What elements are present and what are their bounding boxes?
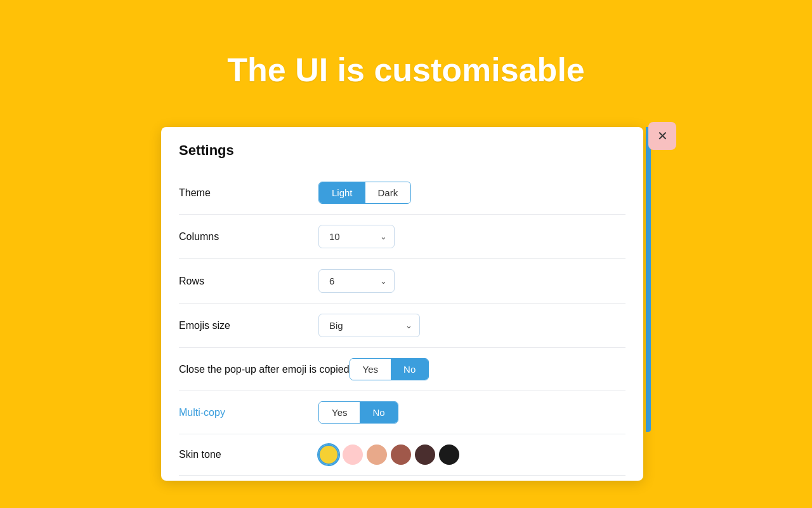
rows-select-wrapper: 3 4 5 6 7 8 ⌄ bbox=[318, 269, 395, 293]
skin-tones-group bbox=[318, 444, 459, 465]
skin-tone-row: Skin tone bbox=[179, 434, 625, 476]
rows-select[interactable]: 3 4 5 6 7 8 bbox=[318, 269, 395, 293]
sidebar-accent bbox=[646, 127, 651, 432]
rows-label: Rows bbox=[179, 276, 318, 287]
page-title: The UI is customisable bbox=[227, 51, 585, 89]
modal-title: Settings bbox=[179, 142, 625, 159]
skin-tone-medium-light[interactable] bbox=[367, 444, 387, 465]
multi-copy-label: Multi-copy bbox=[179, 407, 318, 418]
modal-wrapper: Settings Theme Light Dark Columns 5 6 7 … bbox=[161, 127, 651, 481]
skin-tone-label: Skin tone bbox=[179, 449, 318, 460]
theme-light-button[interactable]: Light bbox=[319, 182, 365, 203]
close-button[interactable]: ✕ bbox=[648, 122, 676, 150]
close-popup-no-button[interactable]: No bbox=[391, 359, 428, 380]
skin-tone-yellow[interactable] bbox=[318, 444, 339, 465]
emojis-size-label: Emojis size bbox=[179, 320, 318, 331]
skin-tone-dark[interactable] bbox=[439, 444, 459, 465]
theme-dark-button[interactable]: Dark bbox=[365, 182, 411, 203]
theme-toggle-group: Light Dark bbox=[318, 182, 411, 204]
theme-row: Theme Light Dark bbox=[179, 171, 625, 215]
skin-tone-medium[interactable] bbox=[391, 444, 411, 465]
theme-label: Theme bbox=[179, 187, 318, 199]
columns-select-wrapper: 5 6 7 8 9 10 11 12 ⌄ bbox=[318, 225, 395, 248]
multi-copy-yes-button[interactable]: Yes bbox=[319, 402, 360, 423]
skin-tone-medium-dark[interactable] bbox=[415, 444, 435, 465]
close-popup-label: Close the pop-up after emoji is copied bbox=[179, 364, 350, 375]
multi-copy-row: Multi-copy Yes No bbox=[179, 391, 625, 434]
multi-copy-toggle-group: Yes No bbox=[318, 401, 398, 424]
rows-row: Rows 3 4 5 6 7 8 ⌄ bbox=[179, 259, 625, 304]
emojis-size-select[interactable]: Small Medium Big bbox=[318, 314, 420, 337]
close-popup-toggle-group: Yes No bbox=[350, 358, 429, 380]
columns-select[interactable]: 5 6 7 8 9 10 11 12 bbox=[318, 225, 395, 248]
settings-modal: Settings Theme Light Dark Columns 5 6 7 … bbox=[161, 127, 643, 481]
close-popup-yes-button[interactable]: Yes bbox=[350, 359, 391, 380]
emojis-size-select-wrapper: Small Medium Big ⌄ bbox=[318, 314, 420, 337]
columns-row: Columns 5 6 7 8 9 10 11 12 ⌄ bbox=[179, 215, 625, 259]
columns-label: Columns bbox=[179, 231, 318, 243]
close-popup-row: Close the pop-up after emoji is copied Y… bbox=[179, 348, 625, 391]
skin-tone-light[interactable] bbox=[343, 444, 363, 465]
emojis-size-row: Emojis size Small Medium Big ⌄ bbox=[179, 304, 625, 348]
multi-copy-no-button[interactable]: No bbox=[360, 402, 397, 423]
